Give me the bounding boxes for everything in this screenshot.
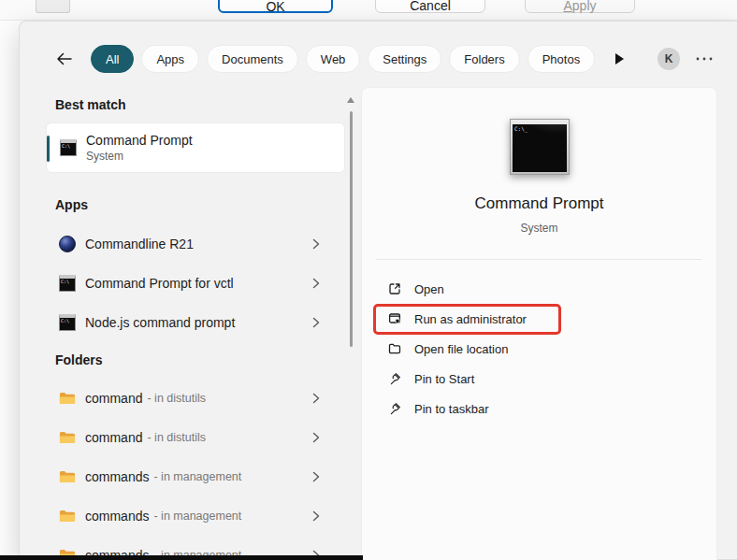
tab-photos[interactable]: Photos [527, 45, 595, 73]
tab-folders-label: Folders [464, 52, 504, 66]
action-label: Open [414, 282, 444, 296]
folder-result[interactable]: command - in distutils [46, 418, 345, 457]
folder-context: - in management [153, 510, 241, 523]
tab-apps-label: Apps [156, 52, 184, 66]
action-pin-to-taskbar[interactable]: Pin to taskbar [362, 394, 716, 424]
app-result-command-prompt-vctl[interactable]: Command Prompt for vctl [46, 264, 345, 303]
command-prompt-icon [59, 275, 76, 292]
ellipsis-icon [695, 56, 714, 62]
app-result-label: Commandline R21 [85, 237, 194, 251]
more-tabs-button[interactable] [614, 52, 625, 65]
back-button[interactable] [53, 48, 76, 70]
tab-apps[interactable]: Apps [141, 45, 199, 73]
action-list: Open Run as administrator Open file loca… [362, 274, 716, 424]
chevron-right-icon [311, 393, 321, 404]
more-options-button[interactable] [695, 51, 715, 66]
action-open[interactable]: Open [362, 274, 716, 304]
command-prompt-large-icon [510, 119, 570, 175]
folder-name: command [85, 391, 142, 406]
tab-web[interactable]: Web [306, 45, 361, 73]
preview-title: Command Prompt [362, 194, 716, 213]
folder-icon [59, 510, 76, 523]
more-tabs-arrow-icon [614, 52, 625, 65]
action-label: Pin to Start [414, 372, 474, 386]
folder-context: - in distutils [147, 431, 206, 444]
open-external-icon [387, 281, 402, 296]
action-run-as-administrator[interactable]: Run as administrator [362, 304, 716, 334]
best-match-result[interactable]: Command Prompt System [46, 122, 345, 173]
folder-context: - in management [153, 470, 241, 483]
apps-header: Apps [55, 197, 88, 212]
tab-settings-label: Settings [383, 52, 426, 66]
tab-settings[interactable]: Settings [368, 45, 441, 73]
cancel-button[interactable]: Cancel [375, 0, 485, 13]
preview-subtitle: System [362, 222, 716, 235]
app-result-nodejs-command-prompt[interactable]: Node.js command prompt [46, 303, 345, 342]
tab-documents[interactable]: Documents [207, 45, 298, 73]
best-match-subtitle: System [86, 150, 193, 163]
pin-icon [387, 401, 402, 416]
apply-button[interactable]: Apply [525, 0, 635, 13]
tab-documents-label: Documents [222, 52, 283, 66]
back-arrow-icon [55, 50, 74, 68]
background-window-fragment [36, 0, 70, 13]
folder-name: command [85, 430, 142, 445]
command-prompt-icon [60, 139, 77, 156]
tab-web-label: Web [321, 52, 346, 66]
app-result-commandline-r21[interactable]: Commandline R21 [46, 224, 345, 264]
tab-folders[interactable]: Folders [449, 45, 519, 73]
command-prompt-icon [59, 314, 76, 331]
folder-name: commands [85, 509, 149, 524]
ok-button[interactable]: OK [218, 0, 333, 13]
action-label: Open file location [414, 342, 508, 356]
selection-accent-bar [47, 136, 50, 162]
chevron-right-icon [311, 238, 321, 250]
background-dialog: OK Cancel Apply [0, 0, 737, 21]
divider [376, 259, 701, 260]
bottom-window-edge [0, 555, 363, 560]
action-open-file-location[interactable]: Open file location [362, 334, 716, 364]
chevron-right-icon [311, 432, 321, 443]
folder-result[interactable]: commands - in management [46, 457, 345, 496]
folder-outline-icon [387, 341, 402, 356]
folder-context: - in distutils [147, 392, 206, 405]
scrollbar-thumb[interactable] [350, 111, 353, 347]
best-match-title: Command Prompt [86, 133, 193, 148]
avatar-initial: K [665, 52, 673, 65]
search-filter-tabbar: All Apps Documents Web Settings Folders … [53, 44, 625, 74]
folder-icon [59, 431, 76, 444]
action-label: Run as administrator [414, 312, 527, 326]
folder-name: commands [85, 469, 149, 484]
tab-all[interactable]: All [91, 45, 134, 73]
chevron-right-icon [311, 471, 321, 482]
search-window: All Apps Documents Web Settings Folders … [19, 21, 737, 560]
folder-icon [59, 392, 76, 405]
app-result-label: Command Prompt for vctl [85, 276, 234, 291]
folders-header: Folders [55, 352, 103, 367]
folder-icon [59, 470, 76, 483]
scrollbar-up-arrow[interactable] [347, 97, 354, 103]
folder-result[interactable]: command - in distutils [46, 379, 345, 418]
pin-icon [387, 371, 402, 386]
cancel-button-label: Cancel [410, 0, 451, 13]
folder-result[interactable]: commands - in management [46, 496, 345, 536]
run-as-admin-shield-icon [387, 311, 402, 326]
user-avatar[interactable]: K [658, 48, 680, 70]
chevron-right-icon [311, 278, 321, 289]
action-pin-to-start[interactable]: Pin to Start [362, 364, 716, 394]
chevron-right-icon [311, 317, 321, 328]
best-match-text: Command Prompt System [86, 133, 193, 163]
app-result-label: Node.js command prompt [85, 315, 235, 330]
ok-button-label: OK [266, 0, 284, 14]
chevron-right-icon [311, 510, 321, 522]
preview-panel: Command Prompt System Open Run as admini… [361, 87, 717, 560]
commandline-r21-icon [59, 236, 76, 252]
best-match-header: Best match [55, 97, 125, 112]
tab-all-label: All [106, 52, 119, 66]
action-label: Pin to taskbar [414, 402, 489, 416]
tab-photos-label: Photos [542, 52, 580, 66]
